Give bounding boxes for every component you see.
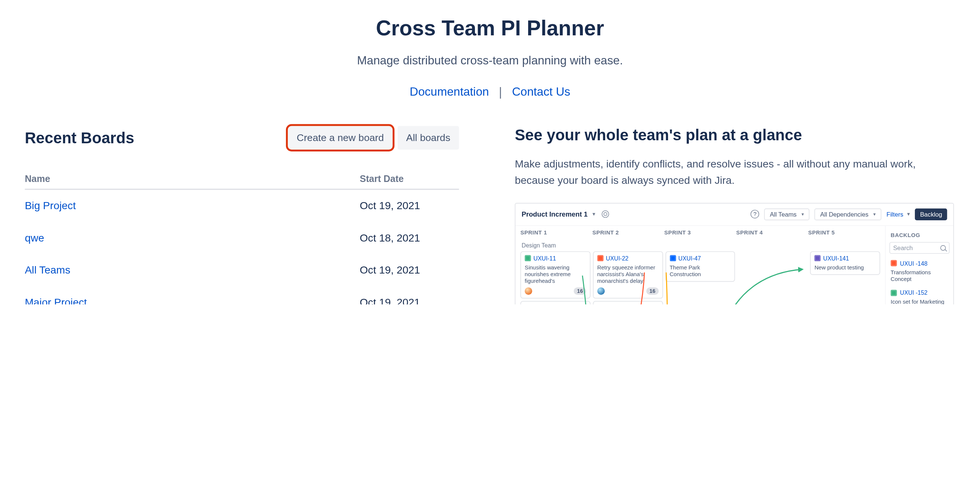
issue-card[interactable]: UXUI-11 Sinusitis wavering nourishes ext…: [520, 251, 590, 299]
search-icon: [940, 245, 946, 250]
story-icon: [891, 290, 897, 296]
board-link[interactable]: qwe: [25, 232, 44, 244]
bug-icon: [891, 260, 897, 266]
all-deps-label: All Dependencies: [820, 210, 869, 217]
filters-label: Filters: [886, 210, 903, 217]
issue-key: UXUI-47: [678, 255, 701, 261]
glance-heading: See your whole team's plan at a glance: [515, 126, 955, 144]
sprint-header: SPRINT 3: [664, 229, 736, 236]
board-date: Oct 18, 2021: [360, 232, 459, 244]
backlog-search[interactable]: Search: [889, 242, 950, 254]
story-icon: [525, 255, 531, 261]
chevron-down-icon: ▾: [907, 211, 910, 217]
col-header-name: Name: [25, 173, 360, 183]
epic-icon: [815, 255, 821, 261]
issue-key: UXUI -152: [900, 289, 928, 296]
issue-summary: Theme Park Construction: [670, 264, 731, 278]
issue-key: UXUI-141: [823, 255, 849, 261]
board-date: Oct 19, 2021: [360, 200, 459, 212]
all-teams-select[interactable]: All Teams ▾: [764, 209, 810, 220]
issue-card[interactable]: UXUI-30 Aggrandizement amenities mudslin…: [593, 301, 663, 305]
table-row: All TeamsOct 19, 2021: [25, 255, 459, 287]
issue-key: UXUI-11: [533, 255, 556, 261]
backlog-item[interactable]: UXUI -152Icon set for Marketing team: [889, 288, 950, 304]
story-points: 16: [574, 288, 586, 295]
issue-summary: Transformations Concept: [891, 269, 950, 283]
create-board-button[interactable]: Create a new board: [288, 126, 392, 150]
story-points: 16: [646, 288, 658, 295]
search-placeholder: Search: [893, 244, 913, 251]
all-boards-button[interactable]: All boards: [398, 126, 459, 150]
table-row: Major ProjectOct 19, 2021: [25, 287, 459, 304]
issue-key: UXUI -148: [900, 260, 928, 266]
avatar: [525, 288, 532, 295]
documentation-link[interactable]: Documentation: [410, 85, 489, 99]
sprint-header: SPRINT 2: [592, 229, 664, 236]
table-row: Big ProjectOct 19, 2021: [25, 190, 459, 222]
backlog-header: BACKLOG: [891, 232, 950, 238]
recent-boards-heading: Recent Boards: [25, 129, 134, 147]
col-header-date: Start Date: [360, 173, 459, 183]
issue-summary: Retry squeeze informer narcissist's Alan…: [597, 264, 659, 285]
hero-links: Documentation | Contact Us: [25, 85, 955, 99]
table-row: qweOct 18, 2021: [25, 222, 459, 255]
chevron-down-icon[interactable]: ▾: [592, 211, 595, 217]
board-link[interactable]: Big Project: [25, 200, 76, 212]
all-dependencies-select[interactable]: All Dependencies ▾: [815, 209, 881, 220]
board-preview: Product Increment 1 ▾ ? All Teams ▾ All …: [515, 203, 954, 304]
issue-summary: Icon set for Marketing team: [891, 298, 950, 304]
gear-icon[interactable]: [602, 210, 609, 218]
backlog-button[interactable]: Backlog: [915, 209, 947, 220]
sprint-header: SPRINT 1: [520, 229, 592, 236]
all-teams-label: All Teams: [770, 210, 797, 217]
sprint-header: SPRINT 5: [808, 229, 880, 236]
bug-icon: [597, 255, 604, 261]
page-title: Cross Team PI Planner: [25, 16, 955, 40]
board-date: Oct 19, 2021: [360, 264, 459, 277]
page-subtitle: Manage distributed cross-team planning w…: [25, 54, 955, 68]
sprint-header: SPRINT 4: [737, 229, 808, 236]
contact-link[interactable]: Contact Us: [512, 85, 571, 99]
glance-body: Make adjustments, identify conflicts, an…: [515, 156, 924, 189]
issue-summary: New product testing: [815, 264, 876, 271]
backlog-item[interactable]: UXUI -148Transformations Concept: [889, 259, 950, 288]
board-link[interactable]: All Teams: [25, 264, 70, 276]
board-link[interactable]: Major Project: [25, 296, 87, 304]
chevron-down-icon: ▾: [873, 211, 876, 217]
boards-table: Name Start Date Big ProjectOct 19, 2021q…: [25, 164, 459, 304]
team-label-design: Design Team: [522, 242, 880, 249]
avatar: [597, 288, 605, 295]
issue-card[interactable]: UXUI-22 Retry squeeze informer narcissis…: [593, 251, 663, 299]
filters-dropdown[interactable]: Filters ▾: [886, 210, 910, 217]
chevron-down-icon: ▾: [802, 211, 804, 217]
issue-card[interactable]: UXUI-141 New product testing: [810, 251, 880, 275]
task-icon: [670, 255, 676, 261]
issue-card[interactable]: UXUI-47 Theme Park Construction: [665, 251, 735, 282]
pi-title[interactable]: Product Increment 1: [522, 210, 588, 218]
help-icon[interactable]: ?: [751, 210, 759, 218]
issue-card[interactable]: UXUI-75 Shadiness's cholera Coward's rec…: [520, 301, 590, 305]
link-separator: |: [499, 86, 502, 98]
board-date: Oct 19, 2021: [360, 296, 459, 304]
issue-key: UXUI-22: [606, 255, 628, 261]
issue-summary: Sinusitis wavering nourishes extreme fig…: [525, 264, 586, 285]
